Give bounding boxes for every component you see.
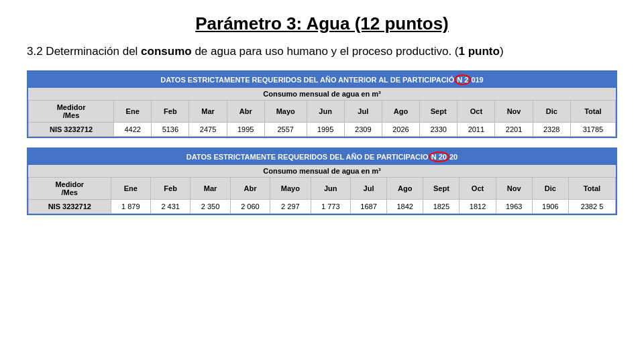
col-mayo: Mayo [264, 100, 307, 122]
col-medidor: Medidor/Mes [29, 100, 114, 122]
subtitle: 3.2 Determinación del consumo de agua pa… [27, 44, 617, 60]
col-mar: Mar [191, 177, 230, 199]
cell-value: 2382 5 [568, 199, 615, 213]
col-jun: Jun [311, 177, 350, 199]
col-dic: Dic [532, 177, 568, 199]
cell-value: 2026 [382, 122, 419, 136]
cell-value: 2330 [420, 122, 458, 136]
table1-header: DATOS ESTRICTAMENTE REQUERIDOS DEL AÑO A… [28, 72, 616, 88]
cell-value: 2328 [533, 122, 570, 136]
subtitle-prefix: 3.2 Determinación del [27, 45, 141, 58]
cell-value: 1906 [532, 199, 568, 213]
col-mar: Mar [189, 100, 227, 122]
cell-value: 2 431 [150, 199, 190, 213]
cell-value: 2557 [264, 122, 307, 136]
table2-data: Medidor/Mes Ene Feb Mar Abr Mayo Jun Jul… [28, 177, 616, 214]
col-mayo: Mayo [270, 177, 311, 199]
cell-value: 2011 [458, 122, 495, 136]
cell-value: 1995 [227, 122, 264, 136]
col-ene: Ene [114, 100, 152, 122]
col-dic: Dic [533, 100, 570, 122]
col-feb: Feb [152, 100, 189, 122]
col-sept: Sept [423, 177, 460, 199]
subtitle-end: ) [500, 45, 504, 58]
cell-value: 1 879 [111, 199, 150, 213]
cell-value: 1842 [387, 199, 423, 213]
col-nov: Nov [496, 177, 532, 199]
col-ago: Ago [387, 177, 423, 199]
table2-col-headers: Medidor/Mes Ene Feb Mar Abr Mayo Jun Jul… [29, 177, 616, 199]
col-ago: Ago [382, 100, 419, 122]
col-nov: Nov [495, 100, 533, 122]
cell-value: 31785 [570, 122, 615, 136]
table1-subheader: Consumo mensual de agua en m³ [28, 88, 616, 100]
table1-data: Medidor/Mes Ene Feb Mar Abr Mayo Jun Jul… [28, 100, 616, 137]
cell-value: 1812 [460, 199, 496, 213]
col-sept: Sept [420, 100, 458, 122]
col-feb: Feb [150, 177, 190, 199]
subtitle-bold2: 1 punto [459, 45, 500, 58]
cell-value: 2 297 [270, 199, 311, 213]
table1-section: DATOS ESTRICTAMENTE REQUERIDOS DEL AÑO A… [27, 70, 617, 138]
page-title: Parámetro 3: Agua (12 puntos) [27, 13, 617, 34]
col-jun: Jun [307, 100, 344, 122]
cell-value: 1687 [350, 199, 386, 213]
col-oct: Oct [460, 177, 496, 199]
table-row: NIS 32327121 8792 4312 3502 0602 2971 77… [29, 199, 616, 213]
table2-subheader: Consumo mensual de agua en m³ [28, 165, 616, 177]
row-label: NIS 3232712 [29, 122, 114, 136]
col-medidor: Medidor/Mes [29, 177, 111, 199]
cell-value: 2 350 [191, 199, 230, 213]
col-abr: Abr [227, 100, 264, 122]
col-ene: Ene [111, 177, 150, 199]
cell-value: 1 773 [311, 199, 350, 213]
cell-value: 2309 [344, 122, 382, 136]
cell-value: 1825 [423, 199, 460, 213]
subtitle-mid: de agua para uso humano y el proceso pro… [192, 45, 459, 58]
table-row: NIS 323271244225136247519952557199523092… [29, 122, 616, 136]
table1-col-headers: Medidor/Mes Ene Feb Mar Abr Mayo Jun Jul… [29, 100, 616, 122]
cell-value: 2 060 [230, 199, 270, 213]
table2-section: DATOS ESTRICTAMENTE REQUERIDOS DEL AÑO D… [27, 147, 617, 215]
col-jul: Jul [344, 100, 382, 122]
cell-value: 2201 [495, 122, 533, 136]
cell-value: 4422 [114, 122, 152, 136]
table2-header: DATOS ESTRICTAMENTE REQUERIDOS DEL AÑO D… [28, 149, 616, 165]
row-label: NIS 3232712 [29, 199, 111, 213]
cell-value: 2475 [189, 122, 227, 136]
cell-value: 5136 [152, 122, 189, 136]
cell-value: 1995 [307, 122, 344, 136]
subtitle-bold1: consumo [141, 45, 192, 58]
col-total: Total [570, 100, 615, 122]
col-abr: Abr [230, 177, 270, 199]
col-oct: Oct [458, 100, 495, 122]
col-total: Total [568, 177, 615, 199]
col-jul: Jul [350, 177, 386, 199]
cell-value: 1963 [496, 199, 532, 213]
